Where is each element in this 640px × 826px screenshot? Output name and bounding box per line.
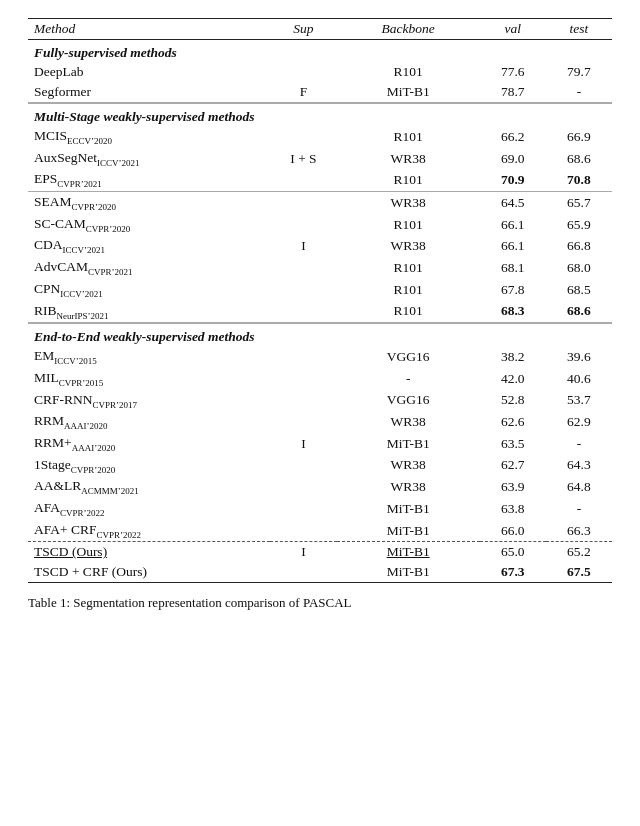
sup-value [270, 257, 336, 279]
sup-value [270, 126, 336, 148]
test-value: 66.3 [546, 520, 612, 542]
method-name: CDAICCV’2021 [28, 235, 270, 257]
backbone-value: R101 [337, 279, 480, 301]
method-name: TSCD (Ours) [28, 542, 270, 563]
section-title: End-to-End weakly-supervised methods [28, 324, 612, 347]
backbone-value: MiT-B1 [337, 82, 480, 103]
method-name: EMICCV’2015 [28, 346, 270, 368]
method-sub: ICCV’2021 [63, 245, 106, 255]
test-value: 68.0 [546, 257, 612, 279]
backbone-value: VGG16 [337, 390, 480, 412]
backbone-value: MiT-B1 [337, 433, 480, 455]
test-value: 40.6 [546, 368, 612, 390]
method-name: SEAMCVPR’2020 [28, 192, 270, 214]
method-sub: CVPR’2017 [93, 399, 138, 409]
method-sub: NeurIPS’2021 [57, 310, 109, 320]
val-value: 62.7 [480, 455, 546, 477]
test-value: 64.8 [546, 476, 612, 498]
val-value: 68.1 [480, 257, 546, 279]
backbone-value: - [337, 368, 480, 390]
val-value: 42.0 [480, 368, 546, 390]
col-backbone: Backbone [337, 19, 480, 40]
method-name: RRM+AAAI’2020 [28, 433, 270, 455]
section-header: End-to-End weakly-supervised methods [28, 324, 612, 347]
sup-value: I [270, 542, 336, 563]
section-title: Fully-supervised methods [28, 40, 612, 63]
val-value: 66.0 [480, 520, 546, 542]
table-row: SegformerFMiT-B178.7- [28, 82, 612, 103]
method-sub: CVPR’2015 [59, 378, 104, 388]
sup-value [270, 301, 336, 323]
val-value: 62.6 [480, 411, 546, 433]
table-header: Method Sup Backbone val test [28, 19, 612, 40]
val-value: 66.1 [480, 235, 546, 257]
table-row: MILCVPR’2015-42.040.6 [28, 368, 612, 390]
sup-value [270, 390, 336, 412]
backbone-value: R101 [337, 301, 480, 323]
method-name: SC-CAMCVPR’2020 [28, 214, 270, 236]
section-header: Multi-Stage weakly-supervised methods [28, 104, 612, 127]
backbone-value: MiT-B1 [337, 520, 480, 542]
method-sub: ECCV’2020 [67, 136, 112, 146]
val-value: 66.2 [480, 126, 546, 148]
method-sub: CVPR’2021 [57, 179, 102, 189]
test-value: 65.9 [546, 214, 612, 236]
val-value: 69.0 [480, 148, 546, 170]
method-sub: ICCV’2015 [54, 356, 97, 366]
sup-value [270, 279, 336, 301]
table-row: TSCD (Ours)IMiT-B165.065.2 [28, 542, 612, 563]
val-value: 64.5 [480, 192, 546, 214]
backbone-value: WR38 [337, 235, 480, 257]
val-value: 63.9 [480, 476, 546, 498]
table-row: AA&LRACMMM’2021WR3863.964.8 [28, 476, 612, 498]
section-header: Fully-supervised methods [28, 40, 612, 63]
backbone-value: WR38 [337, 148, 480, 170]
method-name: 1StageCVPR’2020 [28, 455, 270, 477]
table-row: SC-CAMCVPR’2020R10166.165.9 [28, 214, 612, 236]
backbone-value: WR38 [337, 476, 480, 498]
backbone-value: R101 [337, 257, 480, 279]
method-name: RIBNeurIPS’2021 [28, 301, 270, 323]
method-name: MCISECCV’2020 [28, 126, 270, 148]
val-value: 63.5 [480, 433, 546, 455]
method-name: AdvCAMCVPR’2021 [28, 257, 270, 279]
test-value: 79.7 [546, 62, 612, 82]
val-value: 65.0 [480, 542, 546, 563]
method-name: CRF-RNNCVPR’2017 [28, 390, 270, 412]
method-sub: ICCV’2021 [60, 289, 103, 299]
col-val: val [480, 19, 546, 40]
val-value: 70.9 [480, 169, 546, 191]
backbone-value: R101 [337, 126, 480, 148]
sup-value [270, 368, 336, 390]
test-value: 65.7 [546, 192, 612, 214]
table-row: RIBNeurIPS’2021R10168.368.6 [28, 301, 612, 323]
test-value: 68.6 [546, 148, 612, 170]
table-row: CRF-RNNCVPR’2017VGG1652.853.7 [28, 390, 612, 412]
table-row: AuxSegNetICCV’2021I + SWR3869.068.6 [28, 148, 612, 170]
val-value: 63.8 [480, 498, 546, 520]
col-method: Method [28, 19, 270, 40]
test-value: 64.3 [546, 455, 612, 477]
sup-value: I + S [270, 148, 336, 170]
table-row: AdvCAMCVPR’2021R10168.168.0 [28, 257, 612, 279]
method-name: DeepLab [28, 62, 270, 82]
comparison-table: Method Sup Backbone val test Fully-super… [28, 18, 612, 583]
test-value: - [546, 433, 612, 455]
method-name: AuxSegNetICCV’2021 [28, 148, 270, 170]
table-caption: Table 1: Segmentation representation com… [28, 595, 612, 611]
val-value: 67.8 [480, 279, 546, 301]
method-sub: CVPR’2020 [86, 223, 131, 233]
val-value: 68.3 [480, 301, 546, 323]
backbone-value: WR38 [337, 192, 480, 214]
backbone-value: R101 [337, 62, 480, 82]
method-sub: CVPR’2021 [88, 267, 133, 277]
table-row: EMICCV’2015VGG1638.239.6 [28, 346, 612, 368]
test-value: 62.9 [546, 411, 612, 433]
table-row: RRM+AAAI’2020IMiT-B163.5- [28, 433, 612, 455]
backbone-value: R101 [337, 169, 480, 191]
sup-value [270, 455, 336, 477]
sup-value [270, 346, 336, 368]
backbone-value: MiT-B1 [337, 498, 480, 520]
table-row: SEAMCVPR’2020WR3864.565.7 [28, 192, 612, 214]
sup-value: I [270, 235, 336, 257]
